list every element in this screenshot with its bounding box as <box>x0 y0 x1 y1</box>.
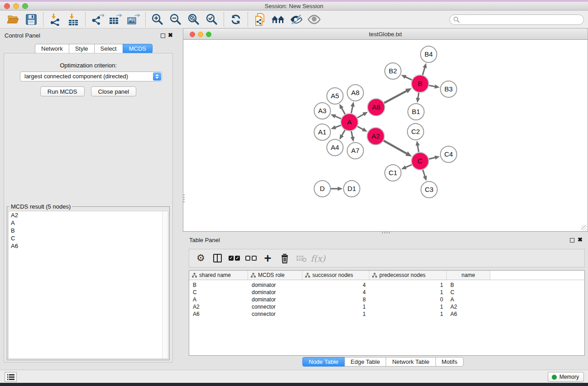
float-panel-icon[interactable] <box>161 33 165 38</box>
tab-node-table[interactable]: Node Table <box>302 357 345 367</box>
graph-edge[interactable] <box>405 165 412 168</box>
show-columns-icon[interactable] <box>210 252 225 265</box>
deselect-all-columns-icon[interactable] <box>244 252 258 265</box>
delete-column-icon[interactable] <box>277 252 292 265</box>
graph-edge[interactable] <box>423 67 425 75</box>
table-cell[interactable]: 0 <box>369 296 447 303</box>
column-header-name[interactable]: name <box>447 271 490 280</box>
table-cell[interactable]: dominator <box>248 289 302 295</box>
export-table-icon[interactable] <box>108 12 123 27</box>
table-cell[interactable]: dominator <box>248 296 302 303</box>
tab-network[interactable]: Network <box>35 44 69 53</box>
mcds-result-item[interactable]: C <box>9 234 168 242</box>
vertical-splitter-handle[interactable] <box>183 195 185 203</box>
graph-edge[interactable] <box>335 116 341 119</box>
table-row[interactable]: Cdominator41C <box>189 289 584 296</box>
table-cell[interactable]: 1 <box>302 311 369 317</box>
table-cell[interactable]: B <box>447 282 490 288</box>
hide-annotations-icon[interactable] <box>288 12 304 27</box>
open-file-icon[interactable] <box>5 12 21 27</box>
memory-button[interactable]: Memory <box>548 372 584 382</box>
export-network-icon[interactable] <box>90 12 105 27</box>
graph-edge[interactable] <box>351 105 353 113</box>
zoom-in-icon[interactable] <box>150 12 165 27</box>
add-column-icon[interactable]: + <box>260 252 275 265</box>
table-cell[interactable]: 8 <box>302 296 369 303</box>
network-canvas[interactable]: B4B2BB3A8A5A6A3B1AC2A1A2A4A7C4CC1C3DD1 <box>183 40 588 232</box>
tab-mcds[interactable]: MCDS <box>123 44 153 53</box>
tab-motifs[interactable]: Motifs <box>435 357 464 367</box>
close-panel-icon[interactable]: ✖ <box>168 32 173 38</box>
table-row[interactable]: Bdominator41B <box>189 281 584 289</box>
import-network-icon[interactable] <box>48 12 63 27</box>
new-network-from-selection-icon[interactable] <box>252 12 268 27</box>
table-row[interactable]: Adominator80A <box>189 296 584 303</box>
table-cell[interactable]: C <box>189 289 248 295</box>
tab-select[interactable]: Select <box>94 44 123 53</box>
tab-network-table[interactable]: Network Table <box>386 357 435 367</box>
table-cell[interactable]: A6 <box>447 311 490 317</box>
table-cell[interactable]: B <box>189 282 248 288</box>
search-field[interactable] <box>449 14 584 25</box>
table-cell[interactable]: 1 <box>369 311 447 317</box>
graph-edge[interactable] <box>405 76 412 80</box>
mcds-result-list[interactable]: A2ABCA6 <box>8 211 168 359</box>
graph-edge[interactable] <box>429 86 436 87</box>
table-cell[interactable]: dominator <box>248 282 302 288</box>
graph-edge[interactable] <box>417 145 419 152</box>
table-cell[interactable]: A <box>189 296 248 303</box>
table-row[interactable]: A2connector11A2 <box>189 303 584 310</box>
graph-edge[interactable] <box>357 114 364 118</box>
mcds-result-item[interactable]: A <box>9 219 168 227</box>
search-input[interactable] <box>462 16 583 24</box>
cybrowser-home-icon[interactable] <box>270 12 286 27</box>
column-header-MCDS-role[interactable]: MCDS role <box>248 271 302 280</box>
table-cell[interactable]: A <box>447 296 490 303</box>
scrollbar-track[interactable] <box>162 211 168 358</box>
table-cell[interactable]: connector <box>248 311 302 317</box>
table-row[interactable]: A6connector11A6 <box>189 310 584 318</box>
horizontal-splitter-handle[interactable] <box>382 232 390 234</box>
select-all-columns-icon[interactable]: ✓✓ <box>227 252 242 265</box>
table-cell[interactable]: 4 <box>302 282 369 288</box>
table-cell[interactable]: C <box>447 289 490 295</box>
tab-edge-table[interactable]: Edge Table <box>344 357 387 367</box>
run-mcds-button[interactable]: Run MCDS <box>40 86 85 96</box>
save-session-icon[interactable] <box>24 12 39 27</box>
zoom-selected-icon[interactable] <box>204 12 220 27</box>
close-panel-icon[interactable]: ✖ <box>578 236 583 243</box>
close-panel-button[interactable]: Close panel <box>91 86 137 96</box>
zoom-out-icon[interactable] <box>168 12 183 27</box>
graph-edge[interactable] <box>383 141 407 154</box>
table-cell[interactable]: 1 <box>302 304 369 310</box>
import-table-icon[interactable] <box>66 12 81 27</box>
refresh-icon[interactable] <box>228 12 244 27</box>
delete-table-icon[interactable] <box>294 252 309 265</box>
column-header-predecessor-nodes[interactable]: predecessor nodes <box>369 271 447 280</box>
column-header-shared-name[interactable]: shared name <box>189 271 248 280</box>
mcds-result-item[interactable]: A2 <box>9 211 168 219</box>
resize-grip-icon[interactable] <box>581 225 587 231</box>
float-panel-icon[interactable] <box>570 238 574 243</box>
graph-edge[interactable] <box>418 93 419 99</box>
export-image-icon[interactable] <box>126 12 141 27</box>
show-graphics-details-icon[interactable] <box>306 12 322 27</box>
graph-edge[interactable] <box>358 126 364 129</box>
table-cell[interactable]: 4 <box>302 289 369 295</box>
function-builder-icon[interactable]: f(x) <box>311 252 325 265</box>
table-cell[interactable]: A6 <box>189 311 248 317</box>
criterion-select[interactable]: largest connected component (directed) <box>20 71 162 81</box>
graph-edge[interactable] <box>341 130 345 136</box>
table-cell[interactable]: 1 <box>369 289 447 295</box>
mcds-result-item[interactable]: A6 <box>9 242 168 250</box>
graph-edge[interactable] <box>384 91 407 103</box>
graph-edge[interactable] <box>341 107 345 114</box>
table-cell[interactable]: A2 <box>189 304 248 310</box>
table-settings-gear-icon[interactable]: ⚙ <box>193 252 208 265</box>
tab-style[interactable]: Style <box>69 44 95 53</box>
zoom-fit-icon[interactable] <box>186 12 201 27</box>
table-cell[interactable]: 1 <box>369 282 447 288</box>
table-cell[interactable]: A2 <box>447 304 490 310</box>
graph-edge[interactable] <box>423 170 425 177</box>
column-header-successor-nodes[interactable]: successor nodes <box>302 271 369 280</box>
